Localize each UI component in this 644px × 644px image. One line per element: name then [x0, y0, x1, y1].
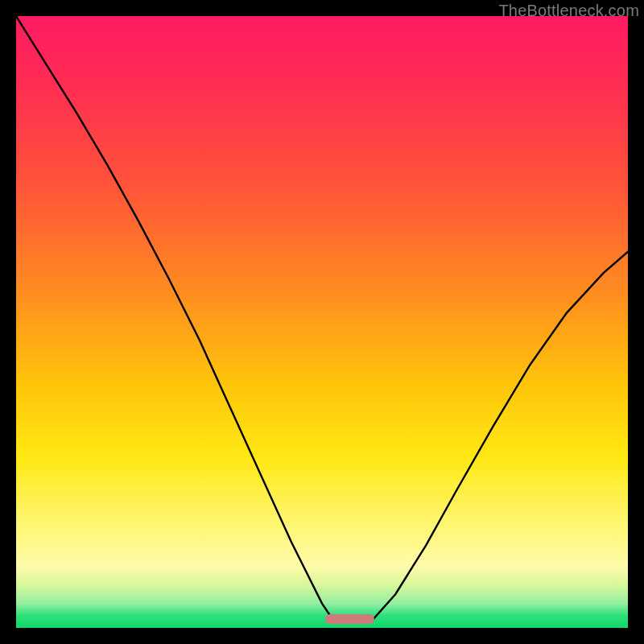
bottleneck-marker [325, 614, 374, 624]
gradient-background [16, 16, 628, 628]
plot-frame [16, 16, 628, 628]
